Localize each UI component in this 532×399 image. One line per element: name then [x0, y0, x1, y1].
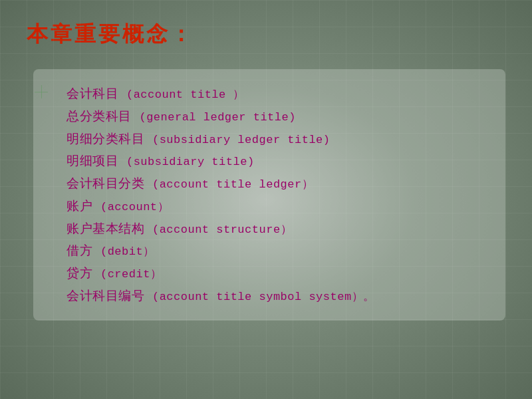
list-item: 会计科目编号 (account title symbol system）。 — [66, 285, 485, 307]
term-english: (account title ） — [126, 88, 245, 101]
term-chinese: 会计科目分类 — [66, 176, 144, 190]
term-chinese: 贷方 — [66, 265, 92, 280]
term-chinese: 会计科目编号 — [66, 288, 144, 303]
list-item: 会计科目 (account title ） — [66, 82, 485, 105]
term-chinese: 账户 — [66, 198, 92, 213]
list-item: 贷方 (credit） — [66, 262, 485, 285]
list-item: 会计科目分类 (account title ledger） — [66, 172, 485, 195]
term-chinese: 账户基本结构 — [66, 221, 144, 235]
list-item: 账户基本结构 (account structure） — [66, 217, 485, 240]
term-english: (subsidiary title) — [126, 156, 255, 168]
list-item: 总分类科目 (general ledger title) — [66, 105, 485, 128]
list-item: 借方 (debit） — [66, 239, 485, 262]
term-chinese: 明细分类科目 — [66, 131, 144, 146]
term-chinese: 会计科目 — [66, 86, 118, 100]
term-english: (credit） — [100, 268, 162, 281]
term-chinese: 明细项目 — [66, 153, 118, 168]
term-english: (debit） — [100, 245, 155, 258]
term-english: (account） — [100, 201, 169, 213]
term-english: (general ledger title) — [139, 111, 295, 124]
term-english: (account title symbol system）。 — [152, 291, 375, 303]
list-item: 明细项目 (subsidiary title) — [66, 150, 485, 172]
slide-container: 本章重要概念： 会计科目 (account title ）总分类科目 (gene… — [0, 0, 532, 399]
term-english: (account title ledger） — [152, 178, 313, 191]
page-title: 本章重要概念： — [27, 20, 505, 49]
cross-marker — [35, 85, 48, 98]
term-chinese: 借方 — [66, 243, 92, 257]
term-english: (subsidiary ledger title) — [152, 134, 331, 146]
list-item: 明细分类科目 (subsidiary ledger title) — [66, 128, 485, 150]
term-english: (account structure） — [152, 223, 292, 236]
list-item: 账户 (account） — [66, 195, 485, 217]
content-box: 会计科目 (account title ）总分类科目 (general ledg… — [33, 69, 505, 321]
term-chinese: 总分类科目 — [66, 108, 132, 123]
